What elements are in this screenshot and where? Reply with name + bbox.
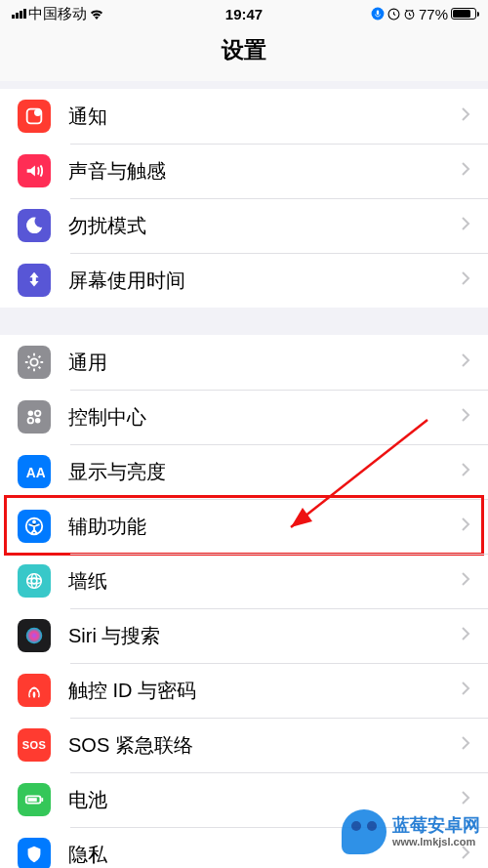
voice-icon — [371, 7, 385, 21]
signal-icon — [12, 9, 26, 19]
sos-icon: SOS — [18, 728, 51, 762]
row-label: 墙纸 — [68, 568, 461, 595]
settings-row-dnd[interactable]: 勿扰模式 — [0, 198, 488, 253]
settings-row-notifications[interactable]: 通知 — [0, 89, 488, 144]
row-label: 屏幕使用时间 — [68, 268, 461, 294]
row-label: 触控 ID 与密码 — [68, 678, 461, 704]
watermark-line1: 蓝莓安卓网 — [392, 816, 480, 836]
settings-row-touchid[interactable]: 触控 ID 与密码 — [0, 663, 488, 718]
row-label: 通知 — [68, 103, 461, 130]
accessibility-icon — [18, 510, 51, 543]
row-label: 辅助功能 — [68, 514, 461, 540]
chevron-right-icon — [461, 571, 470, 591]
watermark-logo-icon — [342, 809, 386, 854]
battery-icon — [18, 783, 51, 816]
svg-point-17 — [31, 574, 37, 589]
settings-row-wallpaper[interactable]: 墙纸 — [0, 554, 488, 608]
settings-row-sos[interactable]: SOSSOS 紧急联络 — [0, 718, 488, 772]
notifications-icon — [18, 100, 51, 133]
chevron-right-icon — [461, 626, 470, 645]
sounds-icon — [18, 154, 51, 187]
status-right: 77% — [371, 6, 476, 22]
svg-rect-20 — [41, 798, 43, 802]
svg-rect-1 — [377, 11, 379, 16]
chevron-right-icon — [461, 790, 470, 809]
settings-row-sounds[interactable]: 声音与触感 — [0, 144, 488, 198]
svg-point-7 — [28, 411, 33, 417]
row-label: SOS 紧急联络 — [68, 732, 461, 759]
watermark-text: 蓝莓安卓网 www.lmkjsl.com — [392, 816, 480, 847]
row-label: 通用 — [68, 350, 461, 376]
settings-row-screentime[interactable]: 屏幕使用时间 — [0, 253, 488, 308]
chevron-right-icon — [461, 161, 470, 181]
chevron-right-icon — [461, 216, 470, 235]
watermark: 蓝莓安卓网 www.lmkjsl.com — [342, 809, 480, 854]
general-icon — [18, 346, 51, 379]
svg-point-18 — [26, 628, 43, 644]
chevron-right-icon — [461, 407, 470, 427]
page-title: 设置 — [0, 27, 488, 81]
chevron-right-icon — [461, 106, 470, 126]
row-label: 显示与亮度 — [68, 459, 461, 485]
settings-row-general[interactable]: 通用 — [0, 335, 488, 390]
siri-icon — [18, 619, 51, 652]
chevron-right-icon — [461, 517, 470, 536]
settings-group: 通知声音与触感勿扰模式屏幕使用时间 — [0, 89, 488, 308]
row-label: 声音与触感 — [68, 158, 461, 185]
settings-row-siri[interactable]: Siri 与搜索 — [0, 608, 488, 663]
privacy-icon — [18, 838, 51, 868]
svg-point-9 — [28, 418, 33, 424]
svg-point-14 — [27, 574, 42, 589]
settings-row-control-center[interactable]: 控制中心 — [0, 390, 488, 444]
control-center-icon — [18, 400, 51, 434]
svg-point-10 — [35, 418, 40, 424]
chevron-right-icon — [461, 681, 470, 700]
status-left: 中国移动 — [12, 5, 104, 23]
svg-point-5 — [34, 109, 41, 116]
wallpaper-icon — [18, 564, 51, 598]
status-bar: 中国移动 19:47 77% — [0, 0, 488, 27]
rotation-lock-icon — [387, 8, 400, 21]
svg-rect-21 — [28, 798, 37, 802]
settings-row-accessibility[interactable]: 辅助功能 — [0, 499, 488, 554]
settings-list[interactable]: 通知声音与触感勿扰模式屏幕使用时间通用控制中心AA显示与亮度辅助功能墙纸Siri… — [0, 81, 488, 868]
alarm-icon — [403, 8, 416, 21]
chevron-right-icon — [461, 462, 470, 481]
status-time: 19:47 — [225, 6, 263, 22]
chevron-right-icon — [461, 735, 470, 755]
dnd-icon — [18, 209, 51, 242]
svg-point-6 — [30, 358, 37, 365]
wifi-icon — [89, 8, 104, 20]
row-label: 勿扰模式 — [68, 213, 461, 239]
touchid-icon — [18, 674, 51, 707]
chevron-right-icon — [461, 270, 470, 290]
battery-status-icon — [451, 8, 476, 20]
row-label: 控制中心 — [68, 404, 461, 431]
battery-percent: 77% — [419, 6, 448, 22]
settings-row-display[interactable]: AA显示与亮度 — [0, 444, 488, 499]
svg-point-13 — [32, 520, 36, 524]
display-icon: AA — [18, 455, 51, 488]
settings-group: 通用控制中心AA显示与亮度辅助功能墙纸Siri 与搜索触控 ID 与密码SOSS… — [0, 335, 488, 868]
carrier-label: 中国移动 — [28, 5, 87, 23]
screentime-icon — [18, 264, 51, 297]
svg-point-15 — [31, 578, 37, 584]
watermark-line2: www.lmkjsl.com — [392, 836, 480, 847]
svg-point-8 — [35, 411, 40, 417]
svg-text:AA: AA — [26, 466, 45, 480]
chevron-right-icon — [461, 352, 470, 372]
row-label: Siri 与搜索 — [68, 623, 461, 649]
svg-point-16 — [27, 578, 42, 584]
